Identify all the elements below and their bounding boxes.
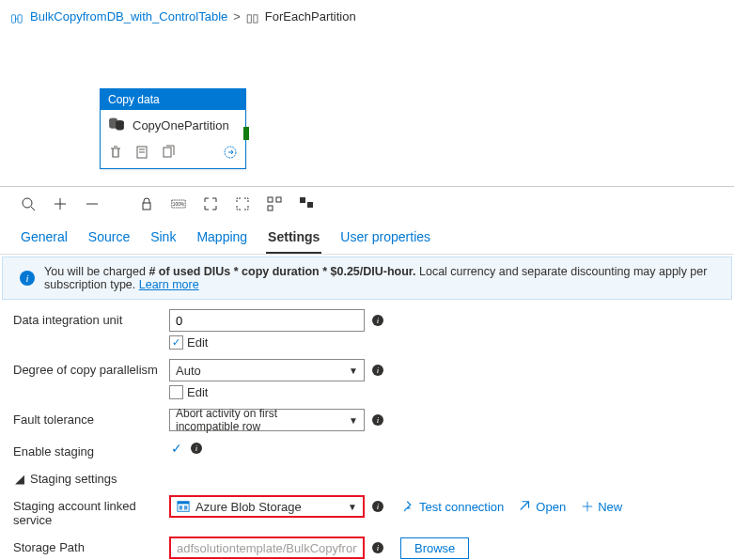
- info-icon[interactable]: i: [372, 365, 383, 376]
- svg-rect-4: [254, 14, 258, 22]
- pipeline-canvas[interactable]: Copy data CopyOnePartition: [0, 27, 734, 187]
- database-icon: [108, 117, 125, 133]
- auto-align-icon[interactable]: [267, 196, 282, 214]
- pricing-info-bar: i You will be charged # of used DIUs * c…: [2, 257, 732, 300]
- svg-rect-28: [184, 506, 188, 509]
- copy-activity-node[interactable]: Copy data CopyOnePartition: [100, 88, 246, 169]
- node-header: Copy data: [101, 89, 245, 110]
- delete-icon[interactable]: [108, 145, 123, 163]
- blob-storage-icon: [177, 500, 190, 513]
- fit-screen-icon[interactable]: [203, 196, 218, 214]
- svg-rect-1: [18, 14, 22, 22]
- svg-rect-27: [180, 506, 183, 509]
- success-connector[interactable]: [243, 127, 249, 140]
- storage-path-input[interactable]: [169, 537, 365, 559]
- breadcrumb-root-link[interactable]: BulkCopyfromDB_with_ControlTable: [30, 9, 227, 23]
- svg-rect-20: [268, 197, 273, 202]
- tab-sink[interactable]: Sink: [148, 224, 178, 254]
- pipeline-icon: [11, 12, 24, 22]
- lock-icon[interactable]: [139, 196, 154, 214]
- svg-rect-26: [178, 502, 189, 505]
- parallelism-label: Degree of copy parallelism: [13, 359, 169, 377]
- breadcrumb-current: ForEachPartition: [265, 9, 356, 23]
- breadcrumb-separator: >: [233, 9, 241, 23]
- storage-path-label: Storage Path: [13, 537, 169, 554]
- tab-user-properties[interactable]: User properties: [338, 224, 432, 254]
- details-icon[interactable]: [134, 145, 149, 163]
- layout-icon[interactable]: [299, 196, 314, 214]
- settings-form: Data integration unit i ✓ Edit Degree of…: [0, 309, 734, 560]
- fault-tolerance-label: Fault tolerance: [13, 409, 169, 427]
- node-title: CopyOnePartition: [133, 118, 229, 132]
- fullscreen-icon[interactable]: [235, 196, 250, 214]
- svg-rect-24: [307, 202, 313, 208]
- svg-rect-21: [276, 197, 281, 202]
- open-button[interactable]: Open: [519, 500, 566, 514]
- info-icon[interactable]: i: [191, 443, 202, 454]
- info-prefix: You will be charged: [44, 265, 148, 278]
- parallelism-value: Auto: [176, 364, 201, 378]
- chevron-down-icon: ▼: [349, 415, 358, 426]
- svg-rect-22: [268, 206, 273, 210]
- tab-source[interactable]: Source: [86, 224, 132, 254]
- svg-text:100%: 100%: [173, 202, 185, 207]
- info-icon: i: [20, 271, 35, 286]
- diu-edit-label: Edit: [187, 335, 208, 350]
- new-button[interactable]: New: [581, 500, 622, 514]
- minus-icon[interactable]: [85, 196, 100, 214]
- svg-rect-23: [300, 197, 305, 203]
- svg-rect-17: [143, 203, 150, 210]
- svg-line-13: [31, 207, 35, 210]
- parallelism-select[interactable]: Auto ▼: [169, 359, 365, 381]
- foreach-icon: [246, 12, 259, 22]
- add-icon[interactable]: [53, 196, 68, 214]
- staging-settings-toggle[interactable]: ◢ Staging settings: [13, 468, 721, 495]
- fault-tolerance-select[interactable]: Abort activity on first incompatible row…: [169, 409, 365, 431]
- tab-general[interactable]: General: [19, 224, 70, 254]
- svg-point-12: [23, 198, 32, 208]
- staging-linked-service-select[interactable]: Azure Blob Storage ▼: [169, 495, 365, 518]
- diu-input[interactable]: [169, 309, 365, 332]
- parallelism-edit-label: Edit: [187, 385, 208, 399]
- diu-label: Data integration unit: [13, 309, 169, 327]
- tab-mapping[interactable]: Mapping: [195, 224, 249, 254]
- diu-edit-checkbox[interactable]: ✓: [169, 335, 183, 350]
- info-bold: # of used DIUs * copy duration * $0.25/D…: [148, 265, 415, 278]
- info-icon[interactable]: i: [372, 501, 383, 512]
- info-icon[interactable]: i: [372, 315, 383, 326]
- enable-staging-label: Enable staging: [13, 441, 169, 459]
- staging-settings-label: Staging settings: [30, 472, 117, 486]
- enable-staging-checkbox[interactable]: ✓: [169, 441, 183, 455]
- info-icon[interactable]: i: [372, 542, 383, 553]
- test-connection-button[interactable]: Test connection: [402, 500, 504, 514]
- staging-linked-service-value: Azure Blob Storage: [195, 500, 302, 514]
- svg-rect-0: [11, 14, 15, 22]
- fit-100-icon[interactable]: 100%: [171, 196, 186, 214]
- search-icon[interactable]: [21, 196, 36, 214]
- learn-more-link[interactable]: Learn more: [139, 278, 199, 291]
- canvas-toolbar: 100%: [0, 187, 734, 220]
- collapse-icon: ◢: [15, 472, 24, 486]
- browse-button[interactable]: Browse: [400, 537, 469, 559]
- parallelism-edit-checkbox[interactable]: [169, 385, 183, 399]
- chevron-down-icon: ▼: [349, 366, 358, 376]
- chevron-down-icon: ▼: [348, 502, 357, 512]
- staging-linked-service-label: Staging account linked service: [13, 495, 169, 527]
- add-output-icon[interactable]: [223, 145, 238, 163]
- info-icon[interactable]: i: [372, 414, 383, 426]
- copy-icon[interactable]: [161, 145, 176, 163]
- svg-rect-3: [247, 14, 251, 22]
- breadcrumb: BulkCopyfromDB_with_ControlTable > ForEa…: [0, 0, 734, 27]
- tab-bar: General Source Sink Mapping Settings Use…: [0, 220, 734, 255]
- tab-settings[interactable]: Settings: [266, 224, 321, 254]
- svg-rect-10: [164, 148, 171, 157]
- fault-tolerance-value: Abort activity on first incompatible row: [176, 407, 343, 433]
